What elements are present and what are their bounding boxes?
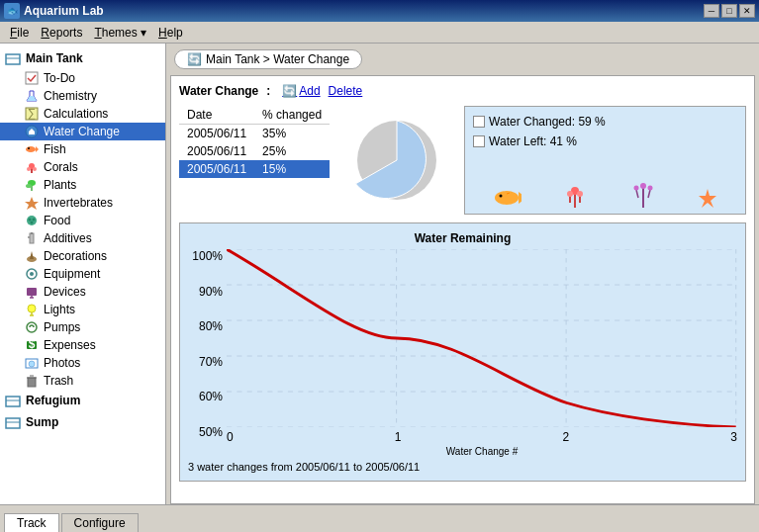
calculations-icon: ∑ [24,106,40,122]
x-axis-label: Water Change # [227,446,737,457]
sidebar-header-main-tank[interactable]: Main Tank [0,47,165,69]
svg-rect-2 [26,72,38,84]
pumps-label: Pumps [44,320,80,334]
menu-reports[interactable]: Reports [35,24,88,42]
breadcrumb-bar: 🔄 Main Tank > Water Change [166,44,759,75]
tab-configure[interactable]: Configure [61,513,139,532]
svg-marker-63 [699,189,716,208]
date-cell: 2005/06/11 [179,142,254,160]
table-row[interactable]: 2005/06/11 25% [179,142,330,160]
sidebar-item-food[interactable]: Food [0,212,165,229]
sidebar-item-todo[interactable]: To-Do [0,69,165,87]
legend-checkbox-left[interactable] [473,135,485,147]
sidebar-item-lights[interactable]: Lights [0,301,165,318]
corals-icon [24,159,40,175]
svg-point-31 [28,305,36,312]
svg-point-47 [495,191,519,205]
sidebar-item-invertebrates[interactable]: Invertebrates [0,194,165,212]
svg-rect-44 [6,418,20,428]
sidebar-header-sump[interactable]: Sump [0,411,165,433]
sidebar-item-chemistry[interactable]: Chemistry [0,87,165,105]
sidebar-item-plants[interactable]: Plants [0,176,165,194]
devices-label: Devices [44,285,86,299]
svg-point-15 [26,184,32,188]
legend-label-changed: Water Changed: 59 % [489,115,606,129]
corals-label: Corals [44,160,78,174]
svg-rect-21 [30,233,34,243]
maximize-button[interactable]: □ [721,4,737,18]
sidebar-item-calculations[interactable]: ∑ Calculations [0,105,165,123]
sidebar-item-devices[interactable]: Devices [0,283,165,301]
sidebar-item-decorations[interactable]: Decorations [0,247,165,265]
svg-point-6 [26,146,36,152]
legend-checkbox-changed[interactable] [473,116,485,128]
svg-rect-28 [27,288,37,296]
svg-line-58 [636,190,638,198]
minimize-button[interactable]: ─ [704,4,719,18]
water-change-table: Date % changed 2005/06/11 35% 2005/06/11 [179,106,330,178]
sidebar-item-fish[interactable]: Fish [0,140,165,158]
bottom-tabs: Track Configure [0,504,759,532]
table-row-selected[interactable]: 2005/06/11 15% [179,160,330,178]
sidebar-item-expenses[interactable]: $ Expenses [0,336,165,354]
legend-label-left: Water Left: 41 % [489,134,577,148]
devices-icon [24,284,40,300]
table-row[interactable]: 2005/06/11 35% [179,125,330,143]
main-tank-label: Main Tank [26,51,83,65]
svg-point-18 [29,219,32,222]
menu-themes[interactable]: Themes ▾ [88,24,152,42]
chart-title: Water Remaining [188,231,737,245]
additives-icon [24,230,40,246]
svg-marker-7 [36,146,39,152]
y-label: 80% [199,319,223,333]
menu-help[interactable]: Help [152,24,189,42]
tab-track[interactable]: Track [4,513,59,532]
breadcrumb-icon: 🔄 [187,52,202,66]
sidebar-item-trash[interactable]: Trash [0,372,165,390]
y-label: 50% [199,425,223,439]
sidebar-item-water-change[interactable]: Water Change [0,123,165,140]
main-layout: Main Tank To-Do Chemistry ∑ Calculations [0,44,759,504]
sidebar-item-pumps[interactable]: Pumps [0,318,165,336]
sidebar-item-photos[interactable]: Photos [0,354,165,372]
water-change-title: Water Change [179,84,258,98]
todo-icon [24,70,40,86]
svg-marker-16 [25,197,39,210]
sump-label: Sump [26,415,58,429]
fish-scene [465,170,745,210]
close-button[interactable]: ✕ [739,4,755,18]
x-label: 3 [730,430,737,444]
svg-point-56 [577,191,583,197]
add-icon: 🔄 [282,84,297,98]
menu-file[interactable]: File [4,24,35,42]
trash-label: Trash [44,374,73,388]
legend-item-changed: Water Changed: 59 % [473,115,737,129]
line-chart-svg [227,249,737,427]
sidebar-header-refugium[interactable]: Refugium [0,390,165,411]
breadcrumb-text: Main Tank > Water Change [206,52,349,66]
add-link[interactable]: 🔄 Add [282,84,320,98]
food-icon [24,213,40,228]
title-bar: 🐟 Aquarium Lab ─ □ ✕ [0,0,759,22]
pie-chart-area [337,106,456,215]
delete-link[interactable]: Delete [329,84,363,98]
svg-point-38 [29,361,35,367]
x-label: 0 [227,430,234,444]
svg-marker-48 [519,192,522,204]
decorations-label: Decorations [44,249,107,263]
sidebar-item-equipment[interactable]: Equipment [0,265,165,283]
svg-point-20 [31,222,34,224]
col-date: Date [179,106,254,125]
percent-cell: 25% [254,142,330,160]
water-change-label: Water Change [44,125,120,138]
svg-point-62 [647,186,652,191]
data-table-container: Date % changed 2005/06/11 35% 2005/06/11 [179,106,330,215]
starfish-decoration [697,188,718,210]
content-area: 🔄 Main Tank > Water Change Water Change … [166,44,759,504]
svg-point-54 [567,191,573,197]
sidebar-item-additives[interactable]: Additives [0,229,165,247]
water-change-icon [24,124,40,139]
sidebar-item-corals[interactable]: Corals [0,158,165,176]
y-label: 60% [199,390,223,403]
legend-area: Water Changed: 59 % Water Left: 41 % [464,106,746,215]
